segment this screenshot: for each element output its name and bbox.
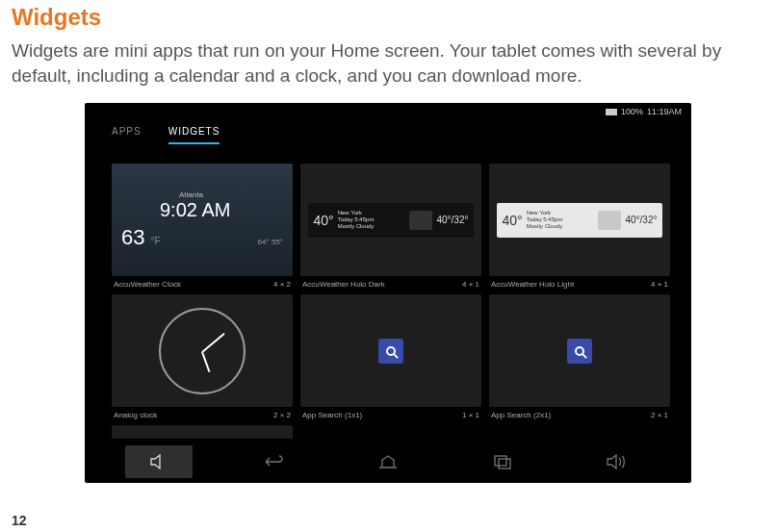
tab-apps[interactable]: APPS xyxy=(112,126,142,144)
widget-app-search-2x1[interactable]: App Search (2x1) 2 × 1 xyxy=(489,294,670,419)
page-title: Widgets xyxy=(12,4,776,31)
widget-accuweather-holo-dark[interactable]: 40° New York Today 5:45pm Mostly Cloudy … xyxy=(300,164,481,289)
status-bar: 100% 11:19AM xyxy=(606,107,682,116)
widget-accuweather-clock[interactable]: Atlanta 9:02 AM 63 °F 64° 55° AccuWeathe… xyxy=(112,164,293,289)
widget-label: App Search (1x1) xyxy=(302,411,362,419)
battery-percent: 100% xyxy=(621,107,643,116)
preview-time: 9:02 AM xyxy=(160,199,283,221)
nav-bar xyxy=(102,441,674,483)
preview-temp: 63 xyxy=(121,225,144,250)
widget-accuweather-holo-light[interactable]: 40° New York Today 5:45pm Mostly Cloudy … xyxy=(489,164,670,289)
widget-label: App Search (2x1) xyxy=(491,411,551,419)
preview-unit: °F xyxy=(150,236,160,246)
search-icon xyxy=(378,339,403,364)
home-button[interactable] xyxy=(354,445,422,478)
tablet-screenshot: 100% 11:19AM APPS WIDGETS Atlanta 9:02 A… xyxy=(85,103,691,483)
preview-text: New York Today 5:45pm Mostly Cloudy xyxy=(527,210,595,231)
widget-grid: Atlanta 9:02 AM 63 °F 64° 55° AccuWeathe… xyxy=(85,144,691,419)
volume-down-button[interactable] xyxy=(125,445,193,478)
widget-label: AccuWeather Holo Light xyxy=(491,280,574,289)
page-number: 12 xyxy=(12,513,27,528)
preview-temp: 40° xyxy=(314,213,334,228)
preview-hilo: 64° 55° xyxy=(258,238,283,246)
widget-label: AccuWeather Holo Dark xyxy=(302,280,385,289)
tab-widgets[interactable]: WIDGETS xyxy=(168,126,220,144)
widget-size: 2 × 1 xyxy=(651,411,668,419)
battery-icon xyxy=(606,109,617,115)
widget-size: 4 × 1 xyxy=(651,280,668,289)
body-text: Widgets are mini apps that run on your H… xyxy=(12,38,763,88)
back-button[interactable] xyxy=(240,445,307,478)
preview-hilo: 40°/32° xyxy=(436,215,468,225)
volume-up-button[interactable] xyxy=(583,445,651,478)
accuweather-dark-preview: 40° New York Today 5:45pm Mostly Cloudy … xyxy=(308,203,475,238)
widget-label: Analog clock xyxy=(114,411,157,419)
widget-label: AccuWeather Clock xyxy=(114,280,181,289)
preview-hilo: 40°/32° xyxy=(625,215,657,225)
analog-clock-icon xyxy=(159,308,246,394)
svg-rect-0 xyxy=(495,456,506,466)
recents-button[interactable] xyxy=(469,445,536,478)
tab-bar: APPS WIDGETS xyxy=(85,103,691,144)
preview-text: New York Today 5:45pm Mostly Cloudy xyxy=(338,210,406,231)
widget-size: 2 × 2 xyxy=(273,411,291,419)
preview-temp: 40° xyxy=(503,213,523,228)
accuweather-clock-preview: Atlanta 9:02 AM 63 °F 64° 55° xyxy=(112,164,293,276)
preview-location: Atlanta xyxy=(179,190,283,199)
widget-size: 1 × 1 xyxy=(462,411,479,419)
widget-size: 4 × 2 xyxy=(273,280,291,289)
weather-icon xyxy=(409,211,432,230)
accuweather-light-preview: 40° New York Today 5:45pm Mostly Cloudy … xyxy=(497,203,663,238)
status-time: 11:19AM xyxy=(647,107,682,116)
svg-rect-1 xyxy=(499,459,510,469)
widget-analog-clock[interactable]: Analog clock 2 × 2 xyxy=(112,294,293,419)
search-icon xyxy=(567,339,592,364)
widget-size: 4 × 1 xyxy=(462,280,479,289)
widget-app-search-1x1[interactable]: App Search (1x1) 1 × 1 xyxy=(300,294,481,419)
weather-icon xyxy=(598,211,621,230)
next-row-peek xyxy=(112,425,293,439)
